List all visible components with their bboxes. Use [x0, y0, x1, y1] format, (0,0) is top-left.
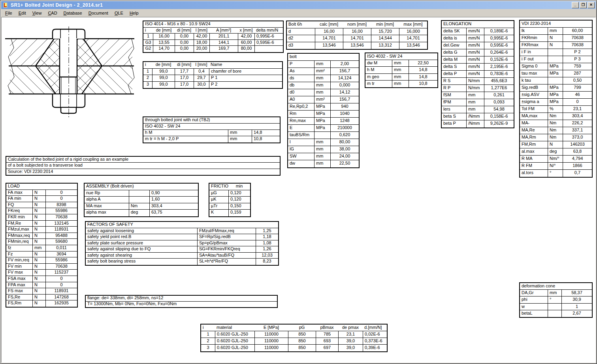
cell: FPA max	[6, 282, 32, 288]
table-row: tau maxMPa287	[520, 70, 592, 77]
cell: 70638	[45, 264, 77, 270]
cell: deformation cone	[520, 283, 592, 289]
cell: mm/N	[466, 42, 484, 49]
cell: 99,0	[152, 69, 175, 75]
cell: delta mm/N	[254, 28, 283, 34]
cell: 22,50	[409, 60, 437, 66]
close-button-icon[interactable]: ✕	[588, 2, 595, 8]
table-row: MA,RmNm373,0	[520, 134, 592, 141]
table-row: 30.6020 GJL-25011000085069739,00,39E-6	[201, 345, 387, 351]
cell: mm	[314, 160, 330, 167]
table-row: DA,Grmm58,37	[520, 290, 592, 296]
cell: 303,4	[149, 203, 198, 210]
cell: phi	[520, 296, 548, 303]
table-row: safety against slipping due to FQSG=FKRm…	[86, 246, 278, 253]
cell: l	[288, 139, 314, 146]
cell: 0	[45, 190, 77, 196]
cell: 210000	[330, 125, 359, 131]
cell: 16,00	[343, 28, 371, 35]
menu-item-edit[interactable]: Edit	[15, 10, 29, 16]
cell: beta P	[442, 120, 466, 128]
cell: 99,0	[152, 82, 175, 88]
table-row: tauBS/Rm0,620	[288, 132, 359, 139]
table-row: FzN3694	[6, 251, 77, 258]
cell: mm	[466, 92, 484, 99]
cell: MPa	[314, 118, 330, 124]
cell: N	[32, 257, 45, 263]
table-row: Sigma 0MPa759	[520, 63, 592, 70]
menu-item-file[interactable]: File	[2, 10, 15, 16]
maximize-button-icon[interactable]: ❐	[580, 2, 587, 8]
table-row: MA maxNm303,4	[85, 203, 198, 210]
cell: 17,7	[175, 69, 194, 75]
table-row: alpha A1,60	[85, 197, 198, 203]
cell: ±sigma a	[520, 99, 548, 105]
table-row: d0mm14,12	[288, 89, 359, 96]
table-row: R FMN/°1866	[520, 163, 592, 170]
cell: N	[32, 233, 45, 239]
table-row: FA minN0	[6, 196, 77, 202]
cell: Re,Rp0,2	[288, 103, 314, 110]
cell: 850	[288, 331, 316, 338]
cell: beta S	[442, 113, 466, 120]
table-row: 20.6020 GJL-25011000085069339,00,373E-6	[201, 338, 387, 345]
cell: 38,00	[330, 146, 359, 153]
cell: 1,26	[256, 246, 278, 252]
cell: 46	[563, 92, 592, 98]
title-bar[interactable]: SR1+ Bolted Joint Design - 2_2014.sr1 _ …	[1, 1, 596, 9]
cell	[548, 56, 563, 63]
tbj-table: through bolted joint with nut (TBJ)ISO 4…	[143, 116, 281, 143]
menu-item-cad[interactable]: CAD	[45, 10, 60, 16]
cell: mm²	[314, 96, 330, 103]
cell: tauBS/Rm	[288, 132, 314, 139]
cell: lers	[442, 106, 466, 113]
cell: N/mm	[466, 78, 484, 84]
cell: N	[548, 141, 563, 148]
iso4014-dimensions-table: ISO 4014 - M16 x 80 - 10.9 SW24ide [mm]d…	[143, 21, 284, 53]
bolt-6h-tolerances-table: Bolt 6hcalc [mm]nom [mm]min [mm]max [mm]…	[286, 21, 428, 50]
cell: 146203	[563, 141, 592, 148]
cell: 80,00	[330, 139, 359, 146]
cell: N	[32, 270, 45, 276]
cell: 201,1	[209, 34, 238, 39]
cell: FMzul,max	[6, 227, 32, 233]
cell: MA max	[85, 203, 129, 210]
cell: 2	[143, 75, 152, 81]
cell: Tol FM	[520, 106, 548, 113]
minimize-button-icon[interactable]: _	[572, 2, 579, 8]
menu-item-ole[interactable]: OLE	[111, 10, 126, 16]
cell: 0,158E-6	[484, 113, 514, 120]
cell: MPa	[314, 111, 330, 117]
cell: Nm	[548, 120, 563, 127]
cell: 70638	[563, 42, 592, 49]
cell: 0.6020 GJL-250	[215, 331, 254, 338]
cell: 8398	[45, 202, 77, 208]
cell: m geo	[365, 74, 392, 80]
table-row: delta Mmm/N0,152E-6	[442, 56, 514, 64]
table-row: FQN8398	[6, 202, 77, 208]
cell: FMmin,req	[6, 239, 32, 245]
cell: 1866	[563, 163, 592, 169]
menu-item-help[interactable]: Help	[126, 10, 142, 16]
menu-item-view[interactable]: View	[29, 10, 45, 16]
cell: 30,9	[561, 296, 592, 303]
cell: 0,000	[330, 82, 359, 89]
cell: k tau	[520, 77, 548, 84]
table-row: d214,70114,70114,54414,701	[287, 35, 427, 42]
cell: µTr	[209, 203, 228, 210]
cell: VDI 2230-2014	[520, 21, 592, 27]
menu-item-document[interactable]: Document	[85, 10, 111, 16]
cell	[314, 132, 330, 139]
cell: FQ	[6, 202, 32, 208]
cell: N	[32, 221, 45, 227]
cell: FS max	[6, 288, 32, 294]
cell: FKRmin	[520, 35, 548, 41]
cell: Nm	[129, 203, 149, 210]
cell: through bolted joint with nut (TBJ)	[143, 117, 280, 123]
cell	[129, 190, 149, 197]
menu-item-database[interactable]: Database	[60, 10, 85, 16]
table-row: FACTORS OF SAFETY	[86, 222, 278, 228]
cell: FM,Rm	[520, 141, 548, 148]
table-row: m trmm10,8	[365, 81, 437, 87]
cell: 14,701	[315, 35, 343, 42]
